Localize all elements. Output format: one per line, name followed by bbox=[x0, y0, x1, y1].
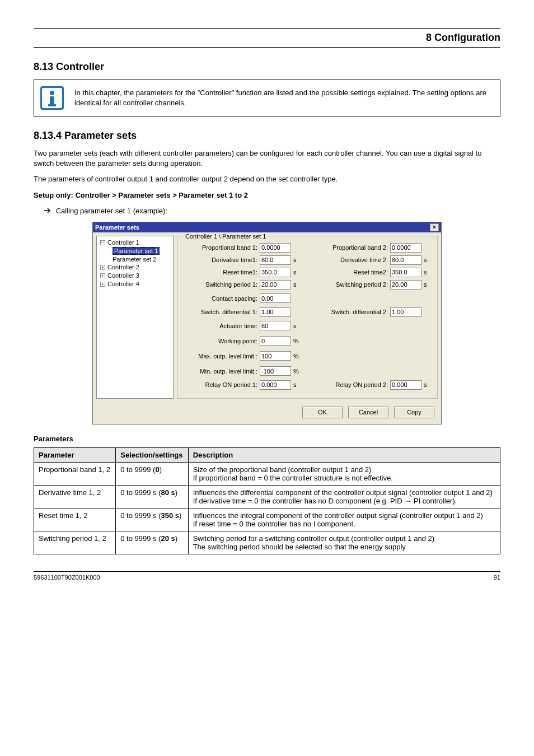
arrow-right-icon bbox=[44, 207, 51, 214]
field-unit: % bbox=[293, 353, 301, 360]
form-row: Derivative time1:s bbox=[183, 255, 301, 265]
nav-instruction: Calling parameter set 1 (example): bbox=[56, 207, 167, 215]
form-row: Relay ON period 2:s bbox=[313, 380, 432, 390]
field-label: Working point: bbox=[183, 338, 257, 344]
tree-controller-1[interactable]: Controller 1 bbox=[107, 239, 139, 246]
cell-description: Switching period for a switching control… bbox=[188, 531, 500, 554]
cell-parameter: Proportional band 1, 2 bbox=[34, 462, 116, 485]
field-unit: s bbox=[293, 381, 301, 388]
field-input[interactable] bbox=[260, 307, 291, 317]
cell-description: Influences the integral component of the… bbox=[188, 508, 500, 531]
field-input[interactable] bbox=[390, 280, 421, 290]
field-label: Relay ON period 1: bbox=[183, 381, 257, 388]
field-label: Actuator time: bbox=[183, 323, 257, 329]
footer-docid: 59631100T90Z001K000 bbox=[34, 574, 100, 581]
form-row: Contact spacing: bbox=[183, 292, 301, 305]
field-label: Proportional band 1: bbox=[183, 244, 257, 251]
form-row: Min. outp. level limit.:% bbox=[183, 365, 301, 377]
tree-paramset-1[interactable]: Parameter set 1 bbox=[113, 247, 160, 255]
field-input[interactable] bbox=[260, 255, 291, 265]
field-input[interactable] bbox=[260, 366, 291, 376]
field-input[interactable] bbox=[260, 351, 291, 361]
field-unit: s bbox=[293, 323, 301, 329]
field-input[interactable] bbox=[260, 321, 291, 330]
field-input[interactable] bbox=[390, 307, 421, 317]
field-input[interactable] bbox=[390, 268, 421, 277]
tree-controller-3[interactable]: Controller 3 bbox=[107, 272, 139, 279]
page-title: 8 Configuration bbox=[34, 32, 500, 48]
form-row bbox=[313, 350, 432, 362]
form-row: Proportional band 1: bbox=[183, 243, 301, 253]
table-row: Derivative time 1, 20 to 9999 s (80 s)In… bbox=[34, 485, 500, 508]
field-unit: s bbox=[293, 256, 301, 263]
field-label: Proportional band 2: bbox=[313, 244, 388, 251]
cell-selection: 0 to 9999 s (20 s) bbox=[116, 531, 188, 554]
body-para-2: The parameters of controller output 1 an… bbox=[34, 174, 500, 184]
col-description: Description bbox=[188, 447, 500, 462]
field-unit: s bbox=[424, 281, 432, 288]
tree-controller-4[interactable]: Controller 4 bbox=[107, 281, 139, 287]
form-row: Switch. differential 2: bbox=[313, 307, 432, 317]
cell-selection: 0 to 9999 s (350 s) bbox=[116, 508, 188, 531]
tree-controller-2[interactable]: Controller 2 bbox=[107, 264, 139, 270]
cancel-button[interactable]: Cancel bbox=[348, 407, 388, 418]
field-unit: % bbox=[293, 338, 301, 344]
nav-path: Setup only: Controller > Parameter sets … bbox=[34, 191, 248, 199]
form-row: Switch. differential 1: bbox=[183, 307, 301, 317]
field-input[interactable] bbox=[390, 380, 421, 390]
field-label: Derivative time 2: bbox=[313, 256, 388, 263]
field-unit: s bbox=[424, 256, 432, 263]
cell-parameter: Reset time 1, 2 bbox=[34, 508, 116, 531]
form-row: Switching period 1:s bbox=[183, 280, 301, 290]
controller-tree[interactable]: −Controller 1 Parameter set 1 Parameter … bbox=[96, 236, 174, 399]
info-icon bbox=[40, 86, 64, 110]
body-para-1: Two parameter sets (each with different … bbox=[34, 148, 500, 169]
footer-page-number: 91 bbox=[494, 574, 500, 581]
col-parameter: Parameter bbox=[34, 447, 116, 462]
form-row: Max. outp. level limit.:% bbox=[183, 350, 301, 362]
field-unit: s bbox=[293, 281, 301, 288]
form-row: Proportional band 2: bbox=[313, 243, 432, 253]
parameter-sets-dialog: Parameter sets × −Controller 1 Parameter… bbox=[92, 222, 442, 424]
field-label: Derivative time1: bbox=[183, 256, 257, 263]
field-input[interactable] bbox=[260, 243, 291, 253]
form-row: Switching period 2:s bbox=[313, 280, 432, 290]
field-label: Switch. differential 1: bbox=[183, 309, 257, 315]
svg-rect-4 bbox=[48, 104, 56, 106]
field-unit: s bbox=[293, 269, 301, 276]
tree-paramset-2[interactable]: Parameter set 2 bbox=[113, 256, 156, 263]
fieldset-legend: Controller 1 \ Parameter set 1 bbox=[183, 233, 268, 240]
field-label: Switch. differential 2: bbox=[313, 309, 388, 315]
form-row bbox=[313, 335, 432, 347]
close-icon[interactable]: × bbox=[430, 223, 439, 231]
field-label: Switching period 1: bbox=[183, 281, 257, 288]
cell-selection: 0 to 9999 s (80 s) bbox=[116, 485, 188, 508]
form-row: Reset time1:s bbox=[183, 268, 301, 277]
copy-button[interactable]: Copy bbox=[394, 407, 434, 418]
form-row bbox=[313, 365, 432, 377]
field-input[interactable] bbox=[390, 243, 421, 253]
field-label: Switching period 2: bbox=[313, 281, 388, 288]
cell-description: Influences the differential component of… bbox=[188, 485, 500, 508]
form-row: Reset time2:s bbox=[313, 268, 432, 277]
form-row: Relay ON period 1:s bbox=[183, 380, 301, 390]
field-label: Reset time2: bbox=[313, 269, 388, 276]
field-input[interactable] bbox=[260, 336, 291, 346]
info-callout: In this chapter, the parameters for the … bbox=[34, 80, 500, 116]
field-input[interactable] bbox=[260, 280, 291, 290]
parameters-table: Parameter Selection/settings Description… bbox=[34, 447, 500, 554]
cell-description: Size of the proportional band (controlle… bbox=[188, 462, 500, 485]
form-row: Derivative time 2:s bbox=[313, 255, 432, 265]
table-row: Reset time 1, 20 to 9999 s (350 s)Influe… bbox=[34, 508, 500, 531]
parameters-label: Parameters bbox=[34, 435, 500, 443]
form-row bbox=[313, 292, 432, 305]
ok-button[interactable]: OK bbox=[302, 407, 343, 418]
field-input[interactable] bbox=[260, 293, 291, 303]
field-unit: s bbox=[424, 381, 432, 388]
svg-point-2 bbox=[50, 91, 54, 95]
field-input[interactable] bbox=[390, 255, 421, 265]
field-label: Max. outp. level limit.: bbox=[183, 353, 257, 360]
field-unit: s bbox=[424, 269, 432, 276]
field-input[interactable] bbox=[260, 380, 291, 390]
field-input[interactable] bbox=[260, 268, 291, 277]
